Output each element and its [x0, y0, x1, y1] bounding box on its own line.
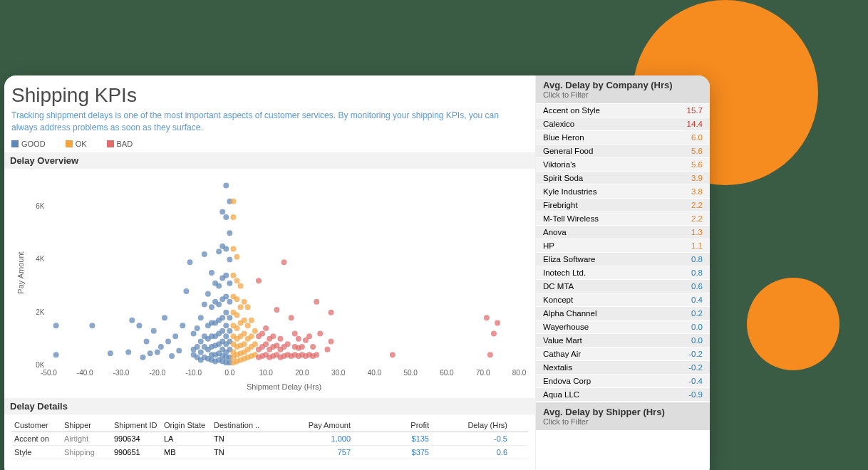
svg-point-188	[285, 341, 291, 347]
svg-point-88	[219, 315, 225, 320]
company-row[interactable]: Nextalis-0.2	[536, 360, 710, 374]
col-pay-amount[interactable]: Pay Amount	[268, 419, 353, 432]
dashboard-panel: Shipping KPIs Tracking shippment delays …	[4, 75, 710, 470]
table-row[interactable]: Style Shipping 990651 MB TN 757 $375 0.6	[11, 446, 528, 459]
svg-point-101	[223, 272, 229, 278]
svg-text:-40.0: -40.0	[77, 369, 93, 377]
company-row[interactable]: Inotech Ltd.0.8	[536, 266, 710, 279]
svg-point-113	[227, 256, 232, 262]
svg-point-40	[187, 259, 193, 265]
svg-text:-30.0: -30.0	[113, 369, 130, 377]
legend-item-good[interactable]: GOOD	[11, 140, 46, 148]
svg-point-37	[176, 348, 182, 353]
svg-point-111	[227, 298, 232, 304]
page-description: Tracking shippment delays is one of the …	[11, 110, 510, 134]
company-row[interactable]: General Food5.6	[536, 144, 710, 157]
svg-point-87	[219, 328, 225, 333]
svg-text:60.0: 60.0	[440, 369, 454, 377]
svg-text:Shipment Delay (Hrs): Shipment Delay (Hrs)	[247, 382, 321, 391]
svg-point-82	[216, 249, 222, 254]
company-row[interactable]: Viktoria's5.6	[536, 157, 710, 171]
company-row[interactable]: Value Mart0.0	[536, 333, 710, 347]
company-row[interactable]: HP1.1	[536, 239, 710, 252]
company-row[interactable]: Calexico14.4	[536, 117, 710, 130]
svg-point-22	[89, 323, 95, 328]
company-row[interactable]: Alpha Channel0.2	[536, 306, 710, 320]
svg-point-92	[219, 209, 225, 214]
svg-point-215	[495, 320, 500, 325]
company-row[interactable]: Anova1.3	[536, 225, 710, 239]
legend: GOOD OK BAD	[11, 140, 528, 148]
svg-point-202	[306, 333, 312, 339]
company-panel-hint: Click to Filter	[543, 90, 703, 99]
svg-point-183	[277, 335, 283, 341]
svg-point-35	[169, 353, 175, 359]
svg-point-104	[223, 182, 229, 188]
svg-text:10.0: 10.0	[259, 369, 273, 377]
legend-item-bad[interactable]: BAD	[107, 140, 133, 148]
svg-point-126	[230, 214, 236, 220]
svg-point-60	[205, 291, 211, 296]
svg-point-109	[227, 328, 232, 333]
svg-point-112	[227, 280, 232, 286]
svg-point-196	[296, 335, 301, 341]
table-row[interactable]: Accent on Airtight 990634 LA TN 1,000 $1…	[11, 432, 528, 446]
company-row[interactable]: Aqua LLC-0.9	[536, 387, 710, 401]
svg-point-142	[238, 304, 244, 310]
svg-point-149	[242, 298, 247, 304]
svg-point-190	[289, 315, 294, 320]
svg-point-43	[191, 330, 197, 336]
col-customer[interactable]: Customer	[11, 419, 61, 432]
shipper-panel-hint: Click to Filter	[543, 417, 703, 426]
svg-point-80	[216, 301, 222, 307]
col-destination[interactable]: Destination ..	[211, 419, 268, 432]
svg-point-99	[223, 309, 229, 315]
svg-point-110	[227, 315, 232, 320]
svg-text:30.0: 30.0	[331, 369, 346, 377]
svg-text:50.0: 50.0	[403, 369, 418, 377]
svg-point-214	[491, 330, 497, 336]
company-row[interactable]: Cathay Air-0.2	[536, 347, 710, 360]
company-row[interactable]: M-Tell Wireless2.2	[536, 212, 710, 225]
company-panel-header: Avg. Delay by Company (Hrs) Click to Fil…	[536, 75, 710, 103]
legend-item-ok[interactable]: OK	[66, 140, 87, 148]
col-profit[interactable]: Profit	[353, 419, 432, 432]
svg-point-27	[140, 354, 146, 360]
svg-point-28	[144, 338, 150, 344]
company-row[interactable]: Blue Heron6.0	[536, 130, 710, 144]
svg-point-161	[252, 328, 258, 333]
svg-point-207	[317, 330, 323, 336]
svg-point-177	[270, 333, 276, 339]
col-origin-state[interactable]: Origin State	[161, 419, 211, 432]
company-row[interactable]: Kyle Industries3.8	[536, 184, 710, 198]
svg-point-204	[310, 344, 316, 350]
svg-point-165	[256, 278, 262, 283]
svg-text:0K: 0K	[36, 361, 45, 369]
company-row[interactable]: DC MTA0.6	[536, 279, 710, 293]
svg-point-54	[202, 301, 207, 307]
svg-point-55	[202, 251, 207, 257]
svg-text:0.0: 0.0	[224, 369, 234, 377]
svg-point-206	[314, 298, 319, 304]
svg-point-38	[180, 323, 185, 328]
svg-point-31	[155, 349, 160, 355]
company-row[interactable]: Wayerhouse0.0	[536, 320, 710, 333]
svg-point-158	[249, 317, 254, 323]
table-header: Customer Shipper Shipment ID Origin Stat…	[11, 419, 528, 432]
company-row[interactable]: Endova Corp-0.4	[536, 374, 710, 387]
company-row[interactable]: Firebright2.2	[536, 198, 710, 212]
svg-point-125	[230, 246, 236, 251]
company-row[interactable]: Koncept0.4	[536, 293, 710, 306]
svg-point-36	[172, 333, 178, 339]
scatter-chart[interactable]: 0K2K4K6K-50.0-40.0-30.0-20.0-10.00.010.0…	[11, 173, 528, 394]
company-row[interactable]: Spirit Soda3.9	[536, 171, 710, 184]
col-shipment-id[interactable]: Shipment ID	[111, 419, 161, 432]
svg-point-102	[223, 246, 229, 251]
company-row[interactable]: Eliza Software0.8	[536, 252, 710, 266]
svg-point-212	[484, 315, 490, 320]
svg-point-39	[183, 288, 189, 294]
company-row[interactable]: Accent on Style15.7	[536, 103, 710, 117]
col-shipper[interactable]: Shipper	[61, 419, 111, 432]
col-delay[interactable]: Delay (Hrs)	[432, 419, 510, 432]
svg-point-211	[390, 352, 396, 357]
